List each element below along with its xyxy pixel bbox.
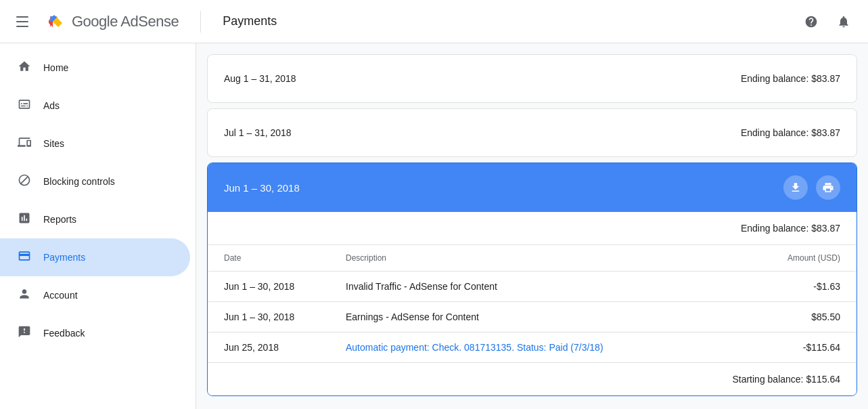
payment-balance-jul: Ending balance: $83.87 — [741, 127, 840, 138]
row-2-date: Jun 25, 2018 — [224, 342, 346, 353]
sites-icon — [16, 135, 32, 152]
sidebar-item-feedback[interactable]: Feedback — [0, 314, 190, 352]
download-icon — [790, 181, 802, 194]
col-header-date: Date — [224, 253, 346, 263]
active-period: Jun 1 – 30, 2018 — [224, 182, 300, 194]
sidebar-item-sites[interactable]: Sites — [0, 125, 190, 163]
active-payment-block: Jun 1 – 30, 2018 Ending balance: $83.87 … — [207, 163, 857, 396]
starting-balance-row: Starting balance: $115.64 — [208, 363, 856, 395]
print-button[interactable] — [816, 175, 840, 200]
block-icon — [16, 173, 32, 190]
row-1-description: Earnings - AdSense for Content — [346, 311, 705, 322]
sidebar-item-account-label: Account — [43, 290, 78, 301]
sidebar: Home Ads Sites Blocking controls Reports — [0, 43, 196, 409]
account-icon — [16, 287, 32, 304]
sidebar-item-ads-label: Ads — [43, 100, 60, 111]
logo-text: Google AdSense — [72, 13, 179, 30]
payment-period-jul: Jul 1 – 31, 2018 — [224, 127, 292, 138]
sidebar-item-account[interactable]: Account — [0, 276, 190, 314]
home-icon — [16, 60, 32, 77]
sidebar-item-blocking-controls[interactable]: Blocking controls — [0, 163, 190, 200]
row-0-amount: -$1.63 — [705, 281, 840, 292]
feedback-icon — [16, 325, 32, 342]
help-icon — [804, 15, 818, 28]
ads-icon — [16, 98, 32, 114]
row-0-description: Invalid Traffic - AdSense for Content — [346, 281, 705, 292]
row-0-date: Jun 1 – 30, 2018 — [224, 281, 346, 292]
payment-period-aug: Aug 1 – 31, 2018 — [224, 73, 296, 84]
sidebar-item-home-label: Home — [43, 62, 68, 73]
table-header: Date Description Amount (USD) — [208, 245, 856, 272]
layout: Home Ads Sites Blocking controls Reports — [0, 43, 868, 409]
col-header-description: Description — [346, 253, 705, 263]
payment-row-jul[interactable]: Jul 1 – 31, 2018 Ending balance: $83.87 — [207, 108, 857, 157]
sidebar-item-reports[interactable]: Reports — [0, 200, 190, 238]
sidebar-item-blocking-controls-label: Blocking controls — [43, 176, 115, 187]
main-content: Aug 1 – 31, 2018 Ending balance: $83.87 … — [196, 43, 868, 409]
payment-row-aug[interactable]: Aug 1 – 31, 2018 Ending balance: $83.87 — [207, 54, 857, 103]
sidebar-item-home[interactable]: Home — [0, 49, 190, 87]
starting-balance: Starting balance: $115.64 — [732, 374, 840, 385]
topbar-divider — [200, 11, 201, 33]
col-header-amount: Amount (USD) — [705, 253, 840, 263]
active-header-icons — [783, 175, 840, 200]
sidebar-item-payments-label: Payments — [43, 252, 85, 263]
notifications-icon — [837, 15, 850, 28]
table-row-1: Jun 1 – 30, 2018 Earnings - AdSense for … — [208, 302, 856, 332]
active-payment-header: Jun 1 – 30, 2018 — [208, 163, 856, 212]
notifications-button[interactable] — [830, 8, 857, 35]
download-button[interactable] — [783, 175, 808, 200]
topbar-left: Google AdSense Payments — [11, 11, 277, 33]
row-2-amount: -$115.64 — [705, 342, 840, 353]
row-1-date: Jun 1 – 30, 2018 — [224, 311, 346, 322]
page-title: Payments — [223, 14, 277, 28]
print-icon — [822, 181, 834, 194]
topbar-right — [798, 8, 857, 35]
sidebar-item-reports-label: Reports — [43, 214, 76, 225]
reports-icon — [16, 211, 32, 228]
payments-icon — [16, 249, 32, 266]
menu-button[interactable] — [11, 11, 34, 33]
active-ending-balance: Ending balance: $83.87 — [208, 212, 856, 245]
payment-balance-aug: Ending balance: $83.87 — [741, 73, 840, 84]
logo: Google AdSense — [45, 11, 179, 33]
active-payment-body: Ending balance: $83.87 Date Description … — [208, 212, 856, 395]
row-1-amount: $85.50 — [705, 311, 840, 322]
sidebar-item-feedback-label: Feedback — [43, 328, 85, 339]
sidebar-item-payments[interactable]: Payments — [0, 238, 190, 276]
table-row-2: Jun 25, 2018 Automatic payment: Check. 0… — [208, 332, 856, 363]
sidebar-item-sites-label: Sites — [43, 138, 64, 149]
help-button[interactable] — [798, 8, 825, 35]
topbar: Google AdSense Payments — [0, 0, 868, 43]
logo-icon — [45, 11, 66, 33]
row-2-description-link[interactable]: Automatic payment: Check. 081713135. Sta… — [346, 342, 705, 353]
sidebar-item-ads[interactable]: Ads — [0, 87, 190, 125]
table-row-0: Jun 1 – 30, 2018 Invalid Traffic - AdSen… — [208, 272, 856, 302]
